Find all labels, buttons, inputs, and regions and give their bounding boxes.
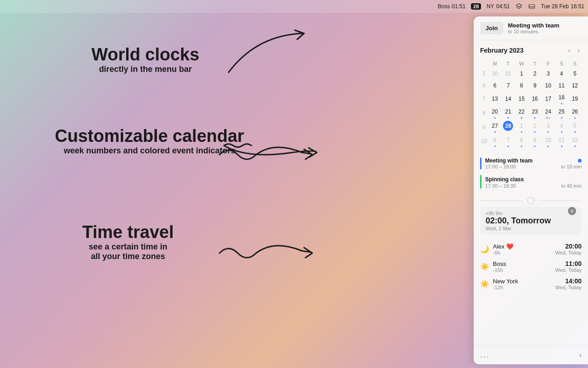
- week-num-10: 10: [480, 134, 488, 148]
- week-num-8: 8: [480, 106, 488, 120]
- time-travel-container: ✕ +9h 9m 02:00, Tomorrow Wed, 1 Mar: [474, 207, 588, 238]
- clock-offset-boss: -15h: [493, 267, 551, 273]
- cal-day[interactable]: 16: [528, 92, 541, 106]
- cal-day[interactable]: 5: [568, 120, 582, 134]
- clock-name-ny: New York: [493, 278, 551, 285]
- cal-day[interactable]: 3: [541, 68, 555, 80]
- cal-day[interactable]: 25: [555, 106, 568, 120]
- clock-time-boss: 11:00 Wed, Today: [555, 260, 582, 273]
- cal-day[interactable]: 4: [555, 120, 568, 134]
- clock-info-boss: Boss -15h: [493, 260, 551, 273]
- next-month-button[interactable]: ›: [576, 46, 582, 55]
- events-section: Meeting with team 17:00 – 18:00 in 10 mi…: [474, 152, 588, 194]
- week-num-5: 5: [480, 68, 488, 80]
- event-time-2: 17:30 – 18:30: [485, 183, 516, 189]
- calendar-row: 5 30 31 1 2 3 4 5: [480, 68, 582, 80]
- time-travel-close[interactable]: ✕: [568, 207, 576, 215]
- day-header-s2: S: [568, 60, 582, 68]
- clock-time-value-alex: 20:00: [555, 243, 582, 250]
- time-travel-title: Time travel: [82, 222, 174, 242]
- time-travel-label: Time travel see a certain time in all yo…: [82, 222, 174, 261]
- clock-item-boss: ☀️ Boss -15h 11:00 Wed, Today: [480, 258, 582, 275]
- cal-day[interactable]: 9: [528, 134, 541, 148]
- wifi-icon[interactable]: [528, 3, 535, 10]
- calendar-grid: M T W T F S S 5 30: [480, 60, 582, 148]
- expand-button[interactable]: ›: [579, 351, 582, 359]
- clock-item-alex: 🌙 Alex ❤️ -6h 20:00 Wed, Today: [480, 240, 582, 258]
- cal-day[interactable]: 24: [541, 106, 555, 120]
- event-name-2: Spinning class: [485, 176, 524, 183]
- cal-day[interactable]: 2: [528, 68, 541, 80]
- event-item-1[interactable]: Meeting with team 17:00 – 18:00 in 10 mi…: [480, 155, 582, 172]
- cal-day[interactable]: 10: [541, 134, 555, 148]
- event-time-row-2: 17:30 – 18:30 in 40 min: [485, 183, 582, 189]
- layers-icon[interactable]: [515, 3, 523, 10]
- cal-day[interactable]: 9: [528, 80, 541, 92]
- divider-line-right: [538, 200, 582, 201]
- prev-month-button[interactable]: ‹: [567, 46, 572, 55]
- cal-day[interactable]: 17: [541, 92, 555, 106]
- time-display: 16:51: [571, 3, 584, 10]
- clock-time-value-ny: 14:00: [555, 277, 582, 285]
- cal-day[interactable]: 6: [488, 134, 502, 148]
- time-travel-box: +9h 9m 02:00, Tomorrow Wed, 1 Mar: [480, 207, 582, 235]
- cal-day[interactable]: 22: [515, 106, 528, 120]
- time-travel-divider: [474, 194, 588, 207]
- cal-day[interactable]: 19: [568, 92, 582, 106]
- cal-day[interactable]: 10: [541, 80, 555, 92]
- cal-day[interactable]: 26: [568, 106, 582, 120]
- join-button[interactable]: Join: [480, 22, 503, 34]
- cal-day[interactable]: 13: [488, 92, 502, 106]
- cal-day[interactable]: 31: [502, 68, 515, 80]
- cal-day[interactable]: 4: [555, 68, 568, 80]
- world-clocks-sub: directly in the menu bar: [91, 65, 199, 74]
- cal-day[interactable]: 12: [568, 134, 582, 148]
- cal-day[interactable]: 7: [502, 80, 515, 92]
- cal-day[interactable]: 7: [502, 134, 515, 148]
- cal-day[interactable]: 27: [488, 120, 502, 134]
- cal-day[interactable]: 30: [488, 68, 502, 80]
- cal-day[interactable]: 6: [488, 80, 502, 92]
- day-header-t2: T: [528, 60, 541, 68]
- cal-day[interactable]: 5: [568, 68, 582, 80]
- clock-offset-ny: -12h: [493, 285, 551, 290]
- cal-day[interactable]: 18: [555, 92, 568, 106]
- cal-day[interactable]: 8: [515, 80, 528, 92]
- week-num-7: 7: [480, 92, 488, 106]
- event-color-bar: [480, 157, 481, 169]
- clock-time-value-boss: 11:00: [555, 260, 582, 267]
- cal-day-today[interactable]: 28: [502, 120, 515, 134]
- cal-day[interactable]: 11: [555, 134, 568, 148]
- week-num-9: 9: [480, 120, 488, 134]
- day-header-f: F: [541, 60, 555, 68]
- slider-handle[interactable]: [527, 197, 535, 204]
- cal-day[interactable]: 1: [515, 120, 528, 134]
- tt-date: Wed, 1 Mar: [486, 226, 576, 231]
- cal-day[interactable]: 12: [568, 80, 582, 92]
- day-header-m: M: [488, 60, 502, 68]
- world-clocks-label: World clocks directly in the menu bar: [91, 45, 199, 74]
- ny-time: 04:51: [496, 3, 510, 10]
- cal-day[interactable]: 2: [528, 120, 541, 134]
- cal-day[interactable]: 1: [515, 68, 528, 80]
- cal-day[interactable]: 11: [555, 80, 568, 92]
- cal-day[interactable]: 21: [502, 106, 515, 120]
- date-badge[interactable]: 28: [471, 3, 481, 10]
- ny-label: NY: [486, 3, 494, 10]
- cal-day[interactable]: 20: [488, 106, 502, 120]
- clock-info-ny: New York -12h: [493, 278, 551, 290]
- cal-day[interactable]: 3: [541, 120, 555, 134]
- clock-name-alex: Alex ❤️: [493, 243, 551, 250]
- event-item-2[interactable]: Spinning class 17:30 – 18:30 in 40 min: [480, 172, 582, 191]
- cal-day[interactable]: 23: [528, 106, 541, 120]
- clock-item-ny: ☀️ New York -12h 14:00 Wed, Today: [480, 275, 582, 292]
- clock-day-alex: Wed, Today: [555, 250, 582, 255]
- calendar-nav: ‹ ›: [567, 46, 582, 55]
- cal-day[interactable]: 14: [502, 92, 515, 106]
- event-time-row: 17:00 – 18:00 in 10 min: [485, 164, 582, 169]
- cal-day[interactable]: 15: [515, 92, 528, 106]
- more-options-button[interactable]: ...: [480, 350, 490, 360]
- clock-day-ny: Wed, Today: [555, 285, 582, 290]
- event-name: Meeting with team: [485, 157, 533, 164]
- cal-day[interactable]: 8: [515, 134, 528, 148]
